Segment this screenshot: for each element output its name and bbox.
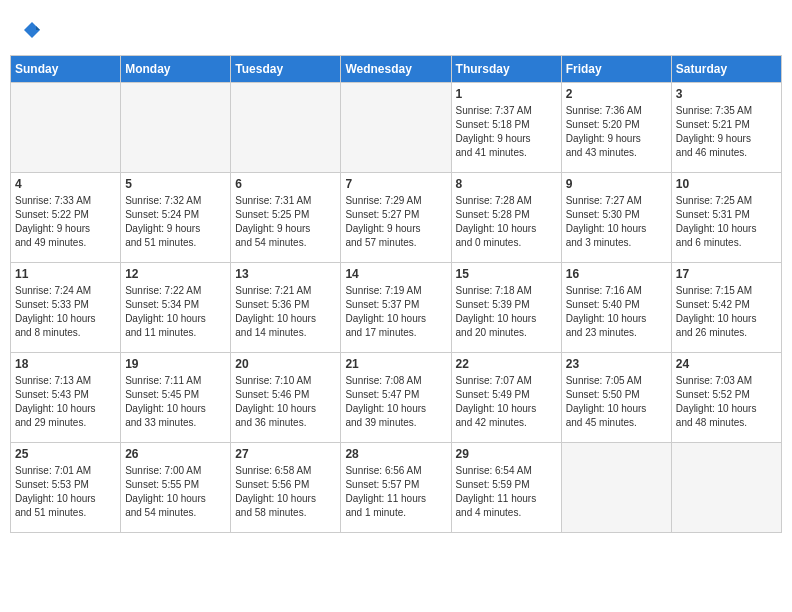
day-number: 16 <box>566 267 667 281</box>
calendar-week-5: 25Sunrise: 7:01 AM Sunset: 5:53 PM Dayli… <box>11 443 782 533</box>
calendar-cell: 2Sunrise: 7:36 AM Sunset: 5:20 PM Daylig… <box>561 83 671 173</box>
day-info: Sunrise: 7:05 AM Sunset: 5:50 PM Dayligh… <box>566 374 667 430</box>
day-number: 25 <box>15 447 116 461</box>
day-number: 9 <box>566 177 667 191</box>
calendar-cell: 4Sunrise: 7:33 AM Sunset: 5:22 PM Daylig… <box>11 173 121 263</box>
calendar-cell <box>231 83 341 173</box>
calendar-cell: 19Sunrise: 7:11 AM Sunset: 5:45 PM Dayli… <box>121 353 231 443</box>
calendar-week-3: 11Sunrise: 7:24 AM Sunset: 5:33 PM Dayli… <box>11 263 782 353</box>
day-info: Sunrise: 7:28 AM Sunset: 5:28 PM Dayligh… <box>456 194 557 250</box>
day-info: Sunrise: 7:31 AM Sunset: 5:25 PM Dayligh… <box>235 194 336 250</box>
day-info: Sunrise: 7:08 AM Sunset: 5:47 PM Dayligh… <box>345 374 446 430</box>
calendar-cell: 24Sunrise: 7:03 AM Sunset: 5:52 PM Dayli… <box>671 353 781 443</box>
calendar-cell: 6Sunrise: 7:31 AM Sunset: 5:25 PM Daylig… <box>231 173 341 263</box>
day-info: Sunrise: 7:11 AM Sunset: 5:45 PM Dayligh… <box>125 374 226 430</box>
day-number: 19 <box>125 357 226 371</box>
logo-text <box>20 20 42 45</box>
calendar-cell: 12Sunrise: 7:22 AM Sunset: 5:34 PM Dayli… <box>121 263 231 353</box>
weekday-header-thursday: Thursday <box>451 56 561 83</box>
weekday-header-sunday: Sunday <box>11 56 121 83</box>
day-info: Sunrise: 7:19 AM Sunset: 5:37 PM Dayligh… <box>345 284 446 340</box>
calendar-week-2: 4Sunrise: 7:33 AM Sunset: 5:22 PM Daylig… <box>11 173 782 263</box>
calendar-cell: 18Sunrise: 7:13 AM Sunset: 5:43 PM Dayli… <box>11 353 121 443</box>
calendar-cell: 17Sunrise: 7:15 AM Sunset: 5:42 PM Dayli… <box>671 263 781 353</box>
day-info: Sunrise: 7:33 AM Sunset: 5:22 PM Dayligh… <box>15 194 116 250</box>
day-info: Sunrise: 7:25 AM Sunset: 5:31 PM Dayligh… <box>676 194 777 250</box>
calendar-cell: 9Sunrise: 7:27 AM Sunset: 5:30 PM Daylig… <box>561 173 671 263</box>
day-number: 26 <box>125 447 226 461</box>
day-info: Sunrise: 6:58 AM Sunset: 5:56 PM Dayligh… <box>235 464 336 520</box>
day-info: Sunrise: 7:00 AM Sunset: 5:55 PM Dayligh… <box>125 464 226 520</box>
logo-icon <box>22 20 42 40</box>
day-info: Sunrise: 7:13 AM Sunset: 5:43 PM Dayligh… <box>15 374 116 430</box>
calendar-cell: 27Sunrise: 6:58 AM Sunset: 5:56 PM Dayli… <box>231 443 341 533</box>
calendar-cell: 22Sunrise: 7:07 AM Sunset: 5:49 PM Dayli… <box>451 353 561 443</box>
day-number: 13 <box>235 267 336 281</box>
calendar-cell: 29Sunrise: 6:54 AM Sunset: 5:59 PM Dayli… <box>451 443 561 533</box>
day-number: 10 <box>676 177 777 191</box>
day-number: 20 <box>235 357 336 371</box>
weekday-header-row: SundayMondayTuesdayWednesdayThursdayFrid… <box>11 56 782 83</box>
calendar-cell: 26Sunrise: 7:00 AM Sunset: 5:55 PM Dayli… <box>121 443 231 533</box>
calendar-cell: 14Sunrise: 7:19 AM Sunset: 5:37 PM Dayli… <box>341 263 451 353</box>
day-info: Sunrise: 6:54 AM Sunset: 5:59 PM Dayligh… <box>456 464 557 520</box>
day-number: 5 <box>125 177 226 191</box>
calendar-cell: 1Sunrise: 7:37 AM Sunset: 5:18 PM Daylig… <box>451 83 561 173</box>
day-info: Sunrise: 7:16 AM Sunset: 5:40 PM Dayligh… <box>566 284 667 340</box>
page-header <box>10 10 782 50</box>
day-number: 28 <box>345 447 446 461</box>
day-number: 3 <box>676 87 777 101</box>
calendar-cell: 13Sunrise: 7:21 AM Sunset: 5:36 PM Dayli… <box>231 263 341 353</box>
calendar-cell: 20Sunrise: 7:10 AM Sunset: 5:46 PM Dayli… <box>231 353 341 443</box>
day-info: Sunrise: 7:03 AM Sunset: 5:52 PM Dayligh… <box>676 374 777 430</box>
day-info: Sunrise: 7:18 AM Sunset: 5:39 PM Dayligh… <box>456 284 557 340</box>
calendar-cell: 11Sunrise: 7:24 AM Sunset: 5:33 PM Dayli… <box>11 263 121 353</box>
day-number: 21 <box>345 357 446 371</box>
day-number: 8 <box>456 177 557 191</box>
day-number: 2 <box>566 87 667 101</box>
calendar-cell: 8Sunrise: 7:28 AM Sunset: 5:28 PM Daylig… <box>451 173 561 263</box>
day-info: Sunrise: 7:24 AM Sunset: 5:33 PM Dayligh… <box>15 284 116 340</box>
day-info: Sunrise: 7:21 AM Sunset: 5:36 PM Dayligh… <box>235 284 336 340</box>
day-number: 24 <box>676 357 777 371</box>
calendar-cell: 15Sunrise: 7:18 AM Sunset: 5:39 PM Dayli… <box>451 263 561 353</box>
weekday-header-tuesday: Tuesday <box>231 56 341 83</box>
calendar-cell: 16Sunrise: 7:16 AM Sunset: 5:40 PM Dayli… <box>561 263 671 353</box>
logo <box>20 20 42 45</box>
day-number: 17 <box>676 267 777 281</box>
day-info: Sunrise: 7:22 AM Sunset: 5:34 PM Dayligh… <box>125 284 226 340</box>
calendar-cell: 23Sunrise: 7:05 AM Sunset: 5:50 PM Dayli… <box>561 353 671 443</box>
day-info: Sunrise: 7:15 AM Sunset: 5:42 PM Dayligh… <box>676 284 777 340</box>
day-number: 27 <box>235 447 336 461</box>
calendar-cell <box>121 83 231 173</box>
day-number: 29 <box>456 447 557 461</box>
day-number: 7 <box>345 177 446 191</box>
day-info: Sunrise: 7:01 AM Sunset: 5:53 PM Dayligh… <box>15 464 116 520</box>
calendar-cell: 28Sunrise: 6:56 AM Sunset: 5:57 PM Dayli… <box>341 443 451 533</box>
calendar-cell: 10Sunrise: 7:25 AM Sunset: 5:31 PM Dayli… <box>671 173 781 263</box>
day-number: 12 <box>125 267 226 281</box>
day-info: Sunrise: 7:35 AM Sunset: 5:21 PM Dayligh… <box>676 104 777 160</box>
day-number: 15 <box>456 267 557 281</box>
calendar-week-4: 18Sunrise: 7:13 AM Sunset: 5:43 PM Dayli… <box>11 353 782 443</box>
calendar-week-1: 1Sunrise: 7:37 AM Sunset: 5:18 PM Daylig… <box>11 83 782 173</box>
calendar-cell: 3Sunrise: 7:35 AM Sunset: 5:21 PM Daylig… <box>671 83 781 173</box>
calendar-cell: 25Sunrise: 7:01 AM Sunset: 5:53 PM Dayli… <box>11 443 121 533</box>
day-info: Sunrise: 7:32 AM Sunset: 5:24 PM Dayligh… <box>125 194 226 250</box>
calendar-cell <box>671 443 781 533</box>
calendar-table: SundayMondayTuesdayWednesdayThursdayFrid… <box>10 55 782 533</box>
day-info: Sunrise: 6:56 AM Sunset: 5:57 PM Dayligh… <box>345 464 446 520</box>
day-info: Sunrise: 7:27 AM Sunset: 5:30 PM Dayligh… <box>566 194 667 250</box>
day-number: 18 <box>15 357 116 371</box>
day-number: 4 <box>15 177 116 191</box>
calendar-cell <box>341 83 451 173</box>
day-number: 6 <box>235 177 336 191</box>
day-number: 23 <box>566 357 667 371</box>
calendar-cell: 7Sunrise: 7:29 AM Sunset: 5:27 PM Daylig… <box>341 173 451 263</box>
calendar-cell: 21Sunrise: 7:08 AM Sunset: 5:47 PM Dayli… <box>341 353 451 443</box>
calendar-cell: 5Sunrise: 7:32 AM Sunset: 5:24 PM Daylig… <box>121 173 231 263</box>
weekday-header-monday: Monday <box>121 56 231 83</box>
day-info: Sunrise: 7:37 AM Sunset: 5:18 PM Dayligh… <box>456 104 557 160</box>
day-info: Sunrise: 7:29 AM Sunset: 5:27 PM Dayligh… <box>345 194 446 250</box>
day-number: 11 <box>15 267 116 281</box>
